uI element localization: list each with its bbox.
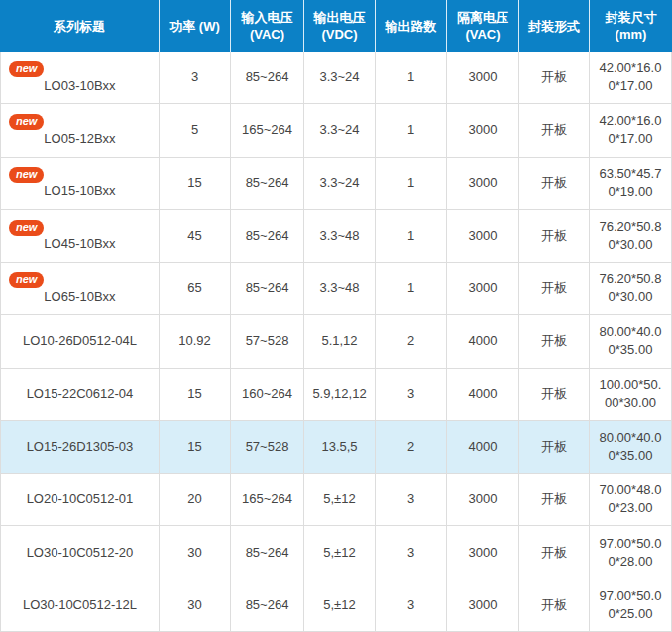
series-cell: LO20-10C0512-01 xyxy=(1,474,160,525)
output-channels-cell: 1 xyxy=(376,263,447,314)
output-voltage-cell: 5,±12 xyxy=(304,526,376,578)
power-cell: 10.92 xyxy=(160,315,231,367)
series-cell: LO10-26D0512-04L xyxy=(1,315,160,367)
package-form-cell: 开板 xyxy=(519,526,590,578)
header-cell-isolation_voltage: 隔离电压(VAC) xyxy=(447,0,519,52)
power-cell: 15 xyxy=(160,421,231,473)
series-name-link[interactable]: LO15-26D1305-03 xyxy=(27,438,134,456)
new-badge: new xyxy=(9,167,44,183)
package-size-cell: 80.00*40.00*35.00 xyxy=(590,315,671,367)
table-body: newLO03-10Bxx385~2643.3~2413000开板42.00*1… xyxy=(0,52,672,632)
new-badge: new xyxy=(9,272,44,288)
table-row: newLO45-10Bxx4585~2643.3~4813000开板76.20*… xyxy=(1,210,671,263)
package-form-cell: 开板 xyxy=(519,579,590,631)
series-name-link[interactable]: LO65-10Bxx xyxy=(44,288,115,306)
package-form-cell: 开板 xyxy=(519,315,590,367)
output-channels-cell: 2 xyxy=(376,315,447,367)
header-cell-package_form: 封装形式 xyxy=(519,0,590,52)
series-cell: newLO45-10Bxx xyxy=(1,210,160,262)
package-size-cell: 97.00*50.00*25.00 xyxy=(590,579,671,631)
product-spec-table: 系列标题功率 (W)输入电压(VAC)输出电压(VDC)输出路数隔离电压(VAC… xyxy=(0,0,672,632)
output-channels-cell: 3 xyxy=(376,579,447,631)
output-voltage-cell: 5,±12 xyxy=(304,579,376,631)
isolation-voltage-cell: 3000 xyxy=(447,104,519,156)
package-form-cell: 开板 xyxy=(519,263,590,314)
output-voltage-cell: 5.1,12 xyxy=(304,315,376,367)
input-voltage-cell: 165~264 xyxy=(231,474,304,525)
output-voltage-cell: 13.5,5 xyxy=(304,421,376,473)
package-form-cell: 开板 xyxy=(519,52,590,103)
input-voltage-cell: 85~264 xyxy=(231,210,304,262)
series-cell: LO30-10C0512-20 xyxy=(1,526,160,578)
power-cell: 5 xyxy=(160,104,231,156)
power-cell: 15 xyxy=(160,369,231,420)
new-badge: new xyxy=(9,61,44,77)
package-size-cell: 76.20*50.80*30.00 xyxy=(590,210,671,262)
new-badge: new xyxy=(9,114,44,130)
output-channels-cell: 1 xyxy=(376,158,447,209)
isolation-voltage-cell: 3000 xyxy=(447,263,519,314)
header-cell-package_size: 封装尺寸(mm) xyxy=(590,0,672,52)
output-voltage-cell: 3.3~24 xyxy=(304,52,376,103)
table-row: LO30-10C0512-12L3085~2645,±1233000开板97.0… xyxy=(1,579,671,632)
series-cell: newLO05-12Bxx xyxy=(1,104,160,156)
isolation-voltage-cell: 4000 xyxy=(447,369,519,420)
input-voltage-cell: 165~264 xyxy=(231,104,304,156)
table-row: LO20-10C0512-0120165~2645,±1233000开板70.0… xyxy=(1,474,671,526)
table-header: 系列标题功率 (W)输入电压(VAC)输出电压(VDC)输出路数隔离电压(VAC… xyxy=(0,0,672,52)
output-channels-cell: 3 xyxy=(376,369,447,420)
table-row: newLO05-12Bxx5165~2643.3~2413000开板42.00*… xyxy=(1,104,671,157)
series-name-link[interactable]: LO45-10Bxx xyxy=(44,235,115,253)
isolation-voltage-cell: 3000 xyxy=(447,158,519,209)
input-voltage-cell: 85~264 xyxy=(231,52,304,103)
table-row: newLO03-10Bxx385~2643.3~2413000开板42.00*1… xyxy=(1,52,671,104)
output-channels-cell: 1 xyxy=(376,104,447,156)
power-cell: 20 xyxy=(160,474,231,525)
table-row: LO15-22C0612-0415160~2645.9,12,1234000开板… xyxy=(1,369,671,421)
output-voltage-cell: 3.3~24 xyxy=(304,158,376,209)
series-name-link[interactable]: LO15-22C0612-04 xyxy=(27,385,134,403)
series-name-link[interactable]: LO30-10C0512-20 xyxy=(27,544,134,562)
series-cell: LO15-22C0612-04 xyxy=(1,369,160,420)
series-name-link[interactable]: LO15-10Bxx xyxy=(44,182,115,200)
power-cell: 45 xyxy=(160,210,231,262)
table-row: LO15-26D1305-031557~52813.5,524000开板80.0… xyxy=(1,421,671,474)
output-voltage-cell: 3.3~24 xyxy=(304,104,376,156)
series-name-link[interactable]: LO20-10C0512-01 xyxy=(27,490,134,508)
isolation-voltage-cell: 3000 xyxy=(447,579,519,631)
series-name-link[interactable]: LO03-10Bxx xyxy=(44,77,115,95)
series-cell: newLO65-10Bxx xyxy=(1,263,160,314)
output-voltage-cell: 3.3~48 xyxy=(304,263,376,314)
output-channels-cell: 1 xyxy=(376,52,447,103)
series-name-link[interactable]: LO10-26D0512-04L xyxy=(23,332,137,350)
power-cell: 30 xyxy=(160,579,231,631)
power-cell: 65 xyxy=(160,263,231,314)
package-size-cell: 100.00*50.00*30.00 xyxy=(590,369,671,420)
header-cell-power: 功率 (W) xyxy=(160,0,231,52)
package-form-cell: 开板 xyxy=(519,104,590,156)
package-size-cell: 63.50*45.70*19.00 xyxy=(590,158,671,209)
output-channels-cell: 2 xyxy=(376,421,447,473)
isolation-voltage-cell: 3000 xyxy=(447,526,519,578)
output-voltage-cell: 3.3~48 xyxy=(304,210,376,262)
input-voltage-cell: 85~264 xyxy=(231,579,304,631)
new-badge: new xyxy=(9,220,44,236)
package-size-cell: 97.00*50.00*28.00 xyxy=(590,526,671,578)
table-row: newLO15-10Bxx1585~2643.3~2413000开板63.50*… xyxy=(1,158,671,210)
table-row: LO10-26D0512-04L10.9257~5285.1,1224000开板… xyxy=(1,315,671,368)
input-voltage-cell: 85~264 xyxy=(231,158,304,209)
header-cell-output_voltage: 输出电压(VDC) xyxy=(304,0,376,52)
series-name-link[interactable]: LO05-12Bxx xyxy=(44,130,115,148)
table-row: LO30-10C0512-203085~2645,±1233000开板97.00… xyxy=(1,526,671,579)
output-voltage-cell: 5.9,12,12 xyxy=(304,369,376,420)
output-voltage-cell: 5,±12 xyxy=(304,474,376,525)
input-voltage-cell: 57~528 xyxy=(231,421,304,473)
series-cell: newLO03-10Bxx xyxy=(1,52,160,103)
series-name-link[interactable]: LO30-10C0512-12L xyxy=(23,596,137,614)
isolation-voltage-cell: 3000 xyxy=(447,210,519,262)
package-form-cell: 开板 xyxy=(519,421,590,473)
table-row: newLO65-10Bxx6585~2643.3~4813000开板76.20*… xyxy=(1,263,671,315)
input-voltage-cell: 85~264 xyxy=(231,263,304,314)
package-size-cell: 80.00*40.00*35.00 xyxy=(590,421,671,473)
header-cell-input_voltage: 输入电压(VAC) xyxy=(231,0,304,52)
